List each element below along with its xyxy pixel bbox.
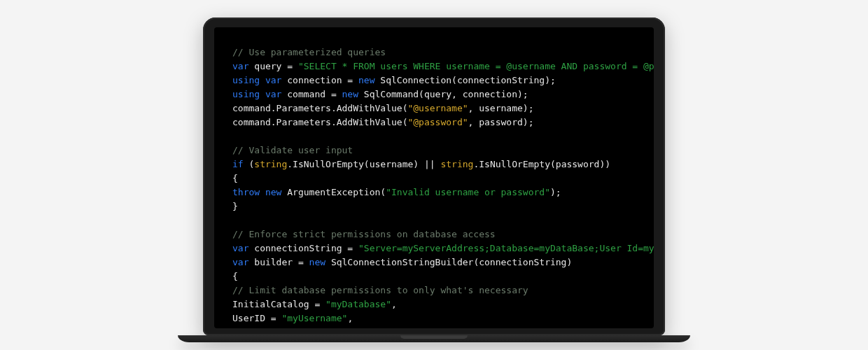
code-token: , username); [468, 103, 534, 113]
code-token: connectionString = [248, 243, 358, 253]
code-token: "Invalid username or password" [386, 187, 550, 197]
code-token: connection = [281, 75, 358, 85]
code-line: var connectionString = "Server=myServerA… [232, 241, 654, 255]
code-line: command.Parameters.AddWithValue("@passwo… [232, 115, 654, 130]
code-line: command.Parameters.AddWithValue("@userna… [232, 102, 654, 115]
code-token: command.Parameters.AddWithValue( [232, 117, 407, 127]
code-line: using var connection = new SqlConnection… [232, 74, 654, 88]
code-token: } [232, 201, 238, 211]
code-token [260, 89, 265, 99]
code-token: var [232, 61, 248, 71]
code-line: var query = "SELECT * FROM users WHERE u… [232, 59, 654, 74]
code-token: .IsNullOrEmpty(username) || [287, 159, 440, 169]
code-token [260, 187, 265, 197]
code-line: using var command = new SqlCommand(query… [232, 88, 654, 102]
code-token: throw [232, 187, 260, 197]
code-token: ( [244, 159, 255, 169]
code-token: command = [281, 89, 342, 99]
code-line: InitialCatalog = "myDatabase", [232, 298, 654, 312]
code-block: // Use parameterized queriesvar query = … [232, 46, 654, 328]
code-token: { [232, 173, 238, 183]
code-line: // Validate user input [232, 144, 654, 158]
code-token: SqlCommand(query, connection); [358, 89, 528, 99]
code-token: , password); [468, 117, 534, 127]
code-token: ); [550, 187, 561, 197]
code-line: { [232, 270, 654, 284]
code-token: SqlConnection(connectionString); [375, 75, 556, 85]
code-line: Password = "myPassword", [232, 326, 654, 328]
code-line: // Enforce strict permissions on databas… [232, 227, 654, 241]
code-token: // Use parameterized queries [232, 47, 386, 57]
code-token: , [358, 327, 364, 328]
code-editor-screen: // Use parameterized queriesvar query = … [214, 27, 654, 328]
laptop-base [178, 335, 690, 342]
code-token: using [232, 89, 260, 99]
code-token: "myDatabase" [326, 299, 391, 309]
code-line: // Limit database permissions to only wh… [232, 284, 654, 298]
code-token: query = [248, 61, 298, 71]
code-line: UserID = "myUsername", [232, 312, 654, 326]
laptop-bezel: // Use parameterized queriesvar query = … [203, 18, 665, 335]
code-token: UserID = [232, 313, 281, 323]
code-token: var [265, 75, 281, 85]
code-token: "myPassword" [293, 327, 358, 328]
code-token: InitialCatalog = [232, 299, 326, 309]
code-token: , [391, 299, 397, 309]
code-token: string [254, 159, 287, 169]
code-token: "@username" [407, 103, 468, 113]
code-line: throw new ArgumentException("Invalid use… [232, 186, 654, 200]
code-token: "SELECT * FROM users WHERE username = @u… [298, 61, 654, 71]
code-token: // Enforce strict permissions on databas… [232, 229, 496, 239]
code-line [232, 130, 654, 144]
code-token: "@password" [407, 117, 468, 127]
code-token: var [232, 243, 248, 253]
code-token: ArgumentException( [281, 187, 386, 197]
code-token: // Validate user input [232, 145, 353, 155]
code-line: { [232, 172, 654, 186]
code-token: new [309, 257, 326, 267]
code-token: using [232, 75, 260, 85]
code-token: new [358, 75, 374, 85]
code-token: .IsNullOrEmpty(password)) [473, 159, 610, 169]
code-token: builder = [248, 257, 309, 267]
code-token: new [265, 187, 281, 197]
code-line: } [232, 200, 654, 214]
code-token [260, 75, 265, 85]
laptop-mockup: // Use parameterized queriesvar query = … [203, 18, 665, 342]
code-token: var [265, 89, 281, 99]
code-token: Password = [232, 327, 293, 328]
code-token: "myUsername" [281, 313, 347, 323]
code-line [232, 214, 654, 227]
code-token: { [232, 271, 238, 281]
code-token: if [232, 159, 244, 169]
code-token: SqlConnectionStringBuilder(connectionStr… [326, 257, 572, 267]
code-token: // Limit database permissions to only wh… [232, 285, 528, 295]
code-line: var builder = new SqlConnectionStringBui… [232, 255, 654, 270]
code-token: new [342, 89, 358, 99]
code-token: var [232, 257, 248, 267]
code-line: if (string.IsNullOrEmpty(username) || st… [232, 158, 654, 172]
code-token: "Server=myServerAddress;Database=myDataB… [358, 243, 654, 253]
code-token: , [347, 313, 353, 323]
code-line: // Use parameterized queries [232, 46, 654, 59]
code-token: string [440, 159, 473, 169]
code-token: command.Parameters.AddWithValue( [232, 103, 407, 113]
laptop-notch [400, 335, 468, 339]
